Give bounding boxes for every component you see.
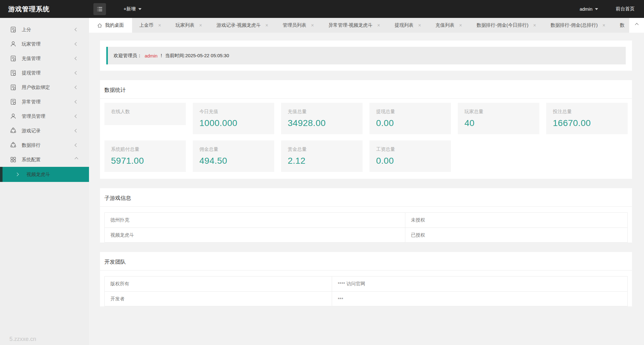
admin-username: admin — [580, 6, 592, 12]
close-icon[interactable]: × — [533, 23, 536, 28]
stat-card-total-bounty: 赏金总量 2.12 — [281, 140, 363, 172]
table-row: 视频龙虎斗 已授权 — [105, 227, 627, 242]
chevron-left-icon — [75, 129, 78, 132]
sidebar: 上分 玩家管理 充值管理 — [0, 18, 89, 345]
tab-exception-longhudou[interactable]: 异常管理-视频龙虎斗 × — [321, 18, 387, 33]
sidebar-item-label: 提现管理 — [22, 70, 75, 76]
close-icon[interactable]: × — [418, 23, 421, 28]
tab-label: 提现列表 — [395, 22, 414, 28]
stat-card-total-commission: 佣金总量 494.50 — [193, 140, 274, 172]
stat-value: 1000.000 — [199, 118, 268, 128]
sidebar-subitem-video-longhudou[interactable]: 视频龙虎斗 — [0, 167, 89, 182]
sidebar-item-game-records[interactable]: 游戏记录 — [0, 123, 89, 138]
home-icon — [97, 23, 102, 28]
chevron-left-icon — [75, 71, 78, 74]
stat-value: 40 — [464, 118, 533, 128]
stat-value: 16670.00 — [553, 118, 621, 128]
sidebar-item-data-ranking[interactable]: 数据排行 — [0, 138, 89, 152]
sidebar-item-system-config[interactable]: 系统配置 — [0, 152, 89, 167]
subgames-title: 子游戏信息 — [100, 188, 632, 207]
tab-withdraw-list[interactable]: 提现列表 × — [387, 18, 428, 33]
devteam-title: 开发团队 — [100, 252, 632, 271]
add-new-label: +新增 — [124, 6, 136, 12]
tab-recharge-list[interactable]: 充值列表 × — [428, 18, 469, 33]
close-icon[interactable]: × — [158, 23, 161, 28]
sidebar-item-label: 管理员管理 — [22, 113, 75, 119]
tab-label: 玩家列表 — [175, 22, 194, 28]
nodes-icon — [10, 128, 16, 134]
stat-card-today-recharge: 今日充值 1000.000 — [193, 103, 274, 134]
admin-user-dropdown[interactable]: admin — [580, 6, 598, 12]
stat-label: 投注总量 — [553, 109, 621, 115]
watermark: 5.zzxxe.cn — [9, 336, 36, 342]
tab-label: 管理员列表 — [283, 22, 306, 28]
welcome-alert: 欢迎管理员： admin ！ 当前时间:2025-05-22 05:05:30 — [106, 47, 626, 64]
add-new-dropdown[interactable]: +新增 — [124, 6, 142, 12]
subgame-name: 视频龙虎斗 — [105, 228, 405, 242]
close-icon[interactable]: × — [459, 23, 462, 28]
close-icon[interactable]: × — [199, 23, 202, 28]
document-icon — [10, 26, 16, 33]
sidebar-item-label: 用户收款绑定 — [22, 85, 75, 90]
stat-value: 0.00 — [376, 118, 444, 128]
stat-label: 赏金总量 — [288, 146, 356, 152]
tab-ranking-total[interactable]: 数据排行-佣金(总排行) × — [543, 18, 613, 33]
stat-value: 34928.00 — [288, 118, 356, 128]
table-row: 德州扑克 未授权 — [105, 213, 627, 227]
stat-label: 提现总量 — [376, 109, 444, 115]
document-icon — [10, 70, 16, 76]
sidebar-item-label: 数据排行 — [22, 142, 75, 148]
tab-label: 数据排行-佣金(今日排行) — [476, 22, 528, 28]
user-icon — [10, 113, 16, 119]
tab-overflow-button[interactable] — [629, 18, 644, 33]
stat-label: 系统赔付总量 — [111, 146, 179, 152]
close-icon[interactable]: × — [265, 23, 268, 28]
frontend-home-link[interactable]: 前台首页 — [616, 6, 635, 12]
tab-label: 充值列表 — [436, 22, 454, 28]
welcome-prefix: 欢迎管理员： — [114, 53, 142, 59]
close-icon[interactable]: × — [311, 23, 314, 28]
sidebar-item-label: 游戏记录 — [22, 128, 75, 134]
sidebar-item-players[interactable]: 玩家管理 — [0, 37, 89, 51]
top-header: 游戏管理系统 +新增 admin 前台首页 — [0, 0, 644, 18]
sidebar-item-label: 异常管理 — [22, 99, 75, 105]
sidebar-item-withdraw[interactable]: 提现管理 — [0, 66, 89, 80]
document-icon — [10, 55, 16, 62]
tab-shangjinbi[interactable]: 上金币 × — [132, 18, 168, 33]
sidebar-item-payment-binding[interactable]: 用户收款绑定 — [0, 80, 89, 95]
stat-label: 今日充值 — [199, 109, 268, 115]
devteam-key: 开发者 — [105, 292, 332, 306]
stat-label: 在线人数 — [111, 109, 179, 115]
tab-label: 数据排行-佣金(总排行) — [551, 22, 598, 28]
tab-clipped[interactable]: 数 — [613, 18, 625, 33]
chevron-left-icon — [75, 100, 78, 103]
sidebar-item-recharge[interactable]: 充值管理 — [0, 51, 89, 66]
subgames-panel: 子游戏信息 德州扑克 未授权 视频龙虎斗 已授权 — [100, 188, 632, 243]
sidebar-item-exception[interactable]: 异常管理 — [0, 95, 89, 109]
tab-my-desktop[interactable]: 我的桌面 — [89, 18, 132, 33]
tab-admin-list[interactable]: 管理员列表 × — [275, 18, 321, 33]
chevron-left-icon — [75, 143, 78, 147]
subgame-name: 德州扑克 — [105, 213, 405, 227]
tab-player-list[interactable]: 玩家列表 × — [168, 18, 209, 33]
tab-game-records-longhudou[interactable]: 游戏记录-视频龙虎斗 × — [209, 18, 275, 33]
document-icon — [10, 84, 16, 90]
stats-cards: 在线人数 今日充值 1000.000 充值总量 34928.00 提现总量 0.… — [100, 99, 632, 179]
tab-bar: 我的桌面 上金币 × 玩家列表 × 游戏记录-视频龙虎斗 × 管理员列表 × 异… — [89, 18, 644, 33]
sidebar-toggle-button[interactable] — [93, 3, 106, 15]
sidebar-item-shangfen[interactable]: 上分 — [0, 22, 89, 37]
sidebar-subitem-label: 视频龙虎斗 — [26, 172, 50, 178]
caret-down-icon — [138, 8, 142, 10]
devteam-table: 版权所有 **** 访问官网 开发者 *** — [104, 276, 628, 306]
sidebar-item-admins[interactable]: 管理员管理 — [0, 109, 89, 123]
stat-value: 494.50 — [199, 156, 268, 166]
stats-title: 数据统计 — [100, 80, 632, 99]
close-icon[interactable]: × — [377, 23, 380, 28]
tab-ranking-today[interactable]: 数据排行-佣金(今日排行) × — [469, 18, 543, 33]
stat-card-total-recharge: 充值总量 34928.00 — [281, 103, 363, 134]
devteam-value: **** 访问官网 — [332, 277, 627, 291]
close-icon[interactable]: × — [602, 23, 605, 28]
tab-label: 我的桌面 — [105, 22, 124, 28]
stat-value: 0.00 — [376, 156, 444, 166]
stat-label: 充值总量 — [288, 109, 356, 115]
